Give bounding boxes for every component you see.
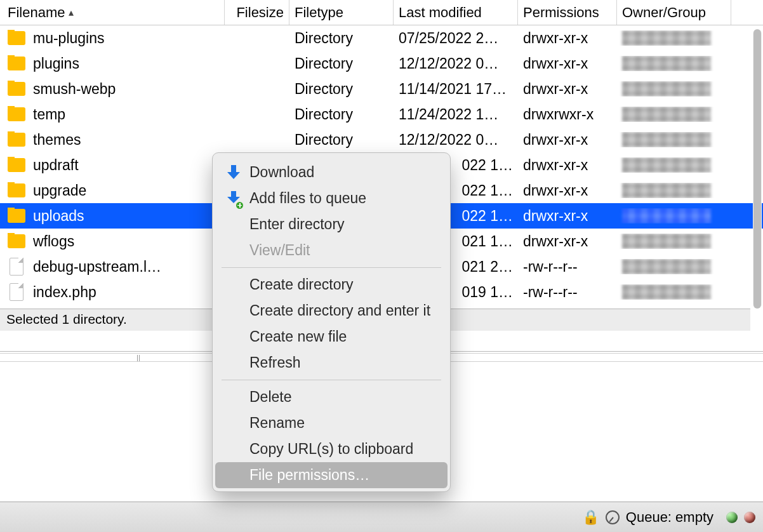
speedometer-icon[interactable]	[606, 510, 620, 524]
table-row[interactable]: tempDirectory11/24/2022 1…drwxrwxr-x	[0, 102, 763, 127]
context-menu-view-edit: View/Edit	[215, 237, 448, 263]
folder-icon	[8, 31, 25, 45]
cell-owner-group	[617, 107, 731, 122]
cell-owner-group	[617, 259, 731, 274]
context-menu-refresh[interactable]: Refresh	[215, 350, 448, 376]
column-header-filetype-label: Filetype	[295, 4, 343, 21]
context-menu-rename-label: Rename	[249, 415, 305, 432]
context-menu: Download Add files to queue Enter direct…	[212, 152, 451, 492]
redacted-block	[622, 284, 711, 300]
cell-filename[interactable]: mu-plugins	[0, 30, 225, 47]
cell-owner-group	[617, 81, 731, 96]
cell-permissions: -rw-r--r--	[518, 258, 617, 276]
cell-filename[interactable]: updraft	[0, 157, 225, 174]
cell-filename[interactable]: index.php	[0, 283, 225, 301]
filename-text: plugins	[33, 55, 79, 72]
context-menu-delete-label: Delete	[249, 389, 291, 406]
table-row[interactable]: mu-pluginsDirectory07/25/2022 2…drwxr-xr…	[0, 25, 763, 51]
folder-icon	[8, 57, 25, 70]
activity-led-red	[744, 512, 755, 523]
cell-filename[interactable]: plugins	[0, 55, 225, 72]
activity-led-green	[726, 512, 738, 523]
context-menu-separator	[222, 267, 441, 268]
filename-text: upgrade	[33, 182, 86, 199]
redacted-block	[622, 183, 711, 198]
cell-owner-group	[617, 208, 731, 223]
cell-owner-group	[617, 234, 731, 249]
scrollbar-thumb[interactable]	[753, 29, 761, 309]
context-menu-file-permissions[interactable]: File permissions…	[215, 462, 448, 488]
filename-text: temp	[33, 106, 65, 123]
column-header-owner-group[interactable]: Owner/Group	[617, 0, 731, 25]
column-header-filesize-label: Filesize	[236, 4, 284, 21]
file-icon	[10, 258, 23, 276]
cell-owner-group	[617, 132, 731, 147]
context-menu-copy-url[interactable]: Copy URL(s) to clipboard	[215, 436, 448, 462]
table-row[interactable]: themesDirectory12/12/2022 0…drwxr-xr-x	[0, 127, 763, 152]
folder-icon	[8, 183, 25, 197]
cell-filetype: Directory	[289, 131, 394, 149]
context-menu-create-new-file[interactable]: Create new file	[215, 324, 448, 350]
column-header-permissions[interactable]: Permissions	[518, 0, 617, 25]
column-header-row: Filename ▴ Filesize Filetype Last modifi…	[0, 0, 763, 25]
cell-filename[interactable]: smush-webp	[0, 81, 225, 98]
context-menu-create-file-label: Create new file	[249, 328, 347, 345]
filename-text: updraft	[33, 157, 79, 174]
redacted-block	[622, 132, 711, 147]
cell-last-modified: 12/12/2022 0…	[394, 131, 518, 149]
context-menu-rename[interactable]: Rename	[215, 410, 448, 436]
column-header-last-modified[interactable]: Last modified	[394, 0, 518, 25]
cell-permissions: drwxr-xr-x	[518, 55, 617, 72]
cell-filename[interactable]: debug-upstream.l…	[0, 258, 225, 276]
filename-text: uploads	[33, 208, 84, 225]
folder-icon	[8, 234, 25, 248]
column-header-last-modified-label: Last modified	[399, 4, 482, 21]
cell-owner-group	[617, 183, 731, 198]
context-menu-create-directory-enter[interactable]: Create directory and enter it	[215, 298, 448, 324]
vertical-scrollbar[interactable]	[753, 29, 762, 309]
cell-filename[interactable]: temp	[0, 106, 225, 123]
column-header-filetype[interactable]: Filetype	[289, 0, 394, 25]
cell-permissions: drwxr-xr-x	[518, 157, 617, 174]
status-bar-leds	[726, 512, 755, 523]
context-menu-delete[interactable]: Delete	[215, 384, 448, 410]
context-menu-add-to-queue[interactable]: Add files to queue	[215, 185, 448, 211]
redacted-block	[622, 234, 711, 249]
folder-icon	[8, 82, 25, 96]
column-header-filename[interactable]: Filename ▴	[0, 0, 225, 25]
context-menu-enter-directory[interactable]: Enter directory	[215, 211, 448, 237]
context-menu-view-edit-label: View/Edit	[249, 242, 310, 259]
cell-permissions: -rw-r--r--	[518, 284, 617, 301]
cell-owner-group	[617, 157, 731, 173]
status-bar-left: 🔒 Queue: empty	[582, 509, 713, 526]
cell-owner-group	[617, 284, 731, 300]
cell-permissions: drwxr-xr-x	[518, 131, 617, 149]
filename-text: themes	[33, 131, 81, 149]
folder-icon	[8, 209, 25, 223]
filename-text: index.php	[33, 284, 96, 301]
redacted-block	[622, 259, 711, 274]
context-menu-create-directory[interactable]: Create directory	[215, 272, 448, 298]
filename-text: smush-webp	[33, 81, 116, 98]
cell-filename[interactable]: themes	[0, 131, 225, 149]
cell-owner-group	[617, 30, 731, 46]
cell-filetype: Directory	[289, 55, 394, 72]
table-row[interactable]: smush-webpDirectory11/14/2021 17…drwxr-x…	[0, 76, 763, 102]
sort-ascending-icon: ▴	[69, 6, 74, 18]
cell-filetype: Directory	[289, 30, 394, 47]
cell-permissions: drwxr-xr-x	[518, 182, 617, 199]
cell-filetype: Directory	[289, 106, 394, 123]
table-row[interactable]: pluginsDirectory12/12/2022 0…drwxr-xr-x	[0, 51, 763, 76]
cell-filename[interactable]: upgrade	[0, 182, 225, 199]
redacted-block	[622, 208, 711, 223]
column-header-filename-label: Filename	[8, 4, 65, 21]
cell-filename[interactable]: wflogs	[0, 233, 225, 250]
context-menu-download[interactable]: Download	[215, 159, 448, 185]
cell-filename[interactable]: uploads	[0, 208, 225, 225]
folder-icon	[8, 133, 25, 147]
context-menu-separator	[222, 380, 441, 380]
redacted-block	[622, 56, 711, 71]
column-header-filesize[interactable]: Filesize	[225, 0, 289, 25]
lock-icon[interactable]: 🔒	[582, 509, 599, 526]
cell-last-modified: 07/25/2022 2…	[394, 30, 518, 47]
